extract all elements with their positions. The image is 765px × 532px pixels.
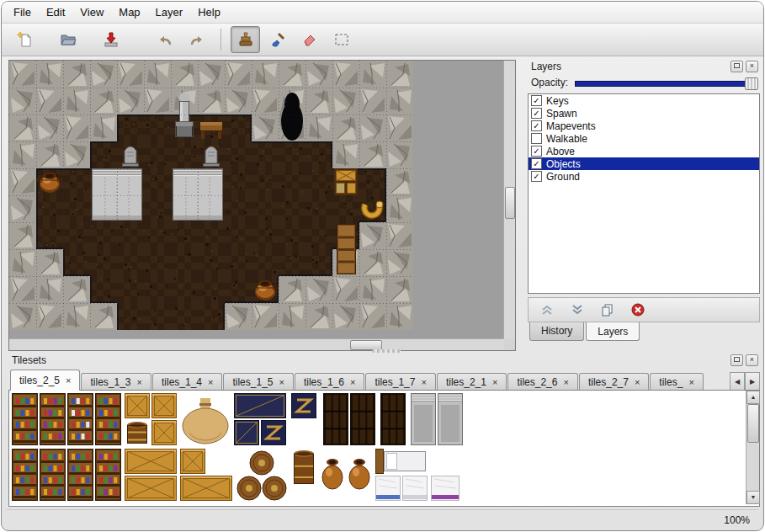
tileset-tab-tiles_1_4[interactable]: tiles_1_4× xyxy=(152,373,222,391)
tileset-tab-tiles_1_5[interactable]: tiles_1_5× xyxy=(223,373,293,391)
layer-label: Above xyxy=(546,146,575,157)
eraser-tool-button[interactable] xyxy=(295,26,324,53)
tileset-tab-label: tiles_1_4 xyxy=(162,376,202,388)
stamp-tool-icon xyxy=(237,31,254,48)
tileset-tab-label: tiles_2_7 xyxy=(588,376,629,388)
tab-close-icon[interactable]: × xyxy=(688,378,693,386)
layer-row-spawn[interactable]: ✓Spawn xyxy=(529,107,759,120)
save-icon xyxy=(103,31,120,48)
layer-checkbox[interactable]: ✓ xyxy=(531,146,542,157)
brush-tool-button[interactable] xyxy=(263,26,292,53)
map-canvas[interactable] xyxy=(9,61,413,330)
opacity-slider[interactable] xyxy=(575,79,758,87)
layers-panel: Layers × Opacity: ✓Keys✓Spawn✓MapeventsW… xyxy=(528,60,760,351)
tileset-tab-tiles_2_1[interactable]: tiles_2_1× xyxy=(437,373,507,391)
move-layer-down-button[interactable] xyxy=(569,301,586,318)
layer-checkbox[interactable]: ✓ xyxy=(531,158,542,169)
map-viewport[interactable] xyxy=(8,60,516,351)
move-layer-up-button[interactable] xyxy=(539,301,555,318)
tileset-tab-tiles_2_5[interactable]: tiles_2_5× xyxy=(10,370,80,391)
tileset-tab-label: tiles_1_3 xyxy=(90,376,130,388)
layer-checkbox[interactable]: ✓ xyxy=(531,95,542,106)
panel-close-icon[interactable]: × xyxy=(746,61,758,72)
copy-icon xyxy=(600,302,615,317)
layer-row-above[interactable]: ✓Above xyxy=(529,145,759,157)
layer-row-mapevents[interactable]: ✓Mapevents xyxy=(529,120,759,132)
select-tool-button[interactable] xyxy=(327,26,356,53)
panel-float-icon[interactable] xyxy=(730,61,743,72)
tileset-tab-label: tiles_1_7 xyxy=(375,376,415,388)
layer-checkbox[interactable] xyxy=(531,133,542,144)
layer-label: Spawn xyxy=(546,108,577,120)
tabs-scroll-right-button[interactable]: ▶ xyxy=(745,372,760,391)
panel-close-icon[interactable]: × xyxy=(746,354,758,366)
map-vscroll-thumb[interactable] xyxy=(505,187,515,219)
scroll-up-icon[interactable]: ▲ xyxy=(746,391,760,404)
map-vertical-scrollbar[interactable] xyxy=(503,61,515,339)
eraser-icon xyxy=(301,31,318,48)
tileset-vscroll-thumb[interactable] xyxy=(747,404,759,443)
new-file-icon xyxy=(17,31,34,48)
tileset-vertical-scrollbar[interactable]: ▲ ▼ xyxy=(746,391,759,504)
menu-item-help[interactable]: Help xyxy=(191,3,227,21)
tab-close-icon[interactable]: × xyxy=(492,378,497,386)
menu-item-layer[interactable]: Layer xyxy=(149,3,190,21)
tileset-canvas[interactable] xyxy=(10,391,746,505)
menu-item-map[interactable]: Map xyxy=(112,3,146,21)
tileset-tab-tiles_1_3[interactable]: tiles_1_3× xyxy=(81,373,151,391)
tab-layers-label: Layers xyxy=(598,326,628,338)
delete-layer-button[interactable] xyxy=(630,301,646,318)
layer-row-ground[interactable]: ✓Ground xyxy=(529,170,759,183)
tab-history[interactable]: History xyxy=(529,322,584,341)
tileset-tab-label: tiles_1_5 xyxy=(232,376,273,388)
open-button[interactable] xyxy=(53,26,82,53)
layer-row-walkable[interactable]: Walkable xyxy=(529,132,759,145)
menu-item-view[interactable]: View xyxy=(73,3,110,21)
stamp-tool-button[interactable] xyxy=(231,26,260,53)
layer-label: Keys xyxy=(546,95,569,107)
layer-checkbox[interactable]: ✓ xyxy=(531,120,542,131)
delete-icon xyxy=(630,302,645,317)
layer-row-objects[interactable]: ✓Objects xyxy=(529,157,759,170)
menu-item-edit[interactable]: Edit xyxy=(40,3,72,21)
tileset-tab-label: tiles_2_6 xyxy=(517,376,557,388)
status-bar: 100% xyxy=(724,514,750,526)
tab-close-icon[interactable]: × xyxy=(66,376,71,385)
tileset-tab-tiles_1_6[interactable]: tiles_1_6× xyxy=(295,373,364,391)
redo-button[interactable] xyxy=(182,26,211,53)
tileset-view[interactable]: ▲ ▼ xyxy=(8,390,760,507)
selection-rect-icon xyxy=(333,31,350,48)
layers-panel-titlebar: Layers × xyxy=(528,60,760,75)
tileset-tab-tiles_[interactable]: tiles_× xyxy=(650,373,703,391)
scroll-down-icon[interactable]: ▼ xyxy=(746,491,760,504)
tab-close-icon[interactable]: × xyxy=(635,378,640,386)
new-button[interactable] xyxy=(10,26,40,53)
opacity-slider-handle[interactable] xyxy=(745,77,758,90)
tileset-tab-tiles_2_6[interactable]: tiles_2_6× xyxy=(507,373,577,391)
layer-checkbox[interactable]: ✓ xyxy=(531,108,542,119)
menu-item-file[interactable]: File xyxy=(7,3,38,21)
duplicate-layer-button[interactable] xyxy=(599,301,616,318)
tilesets-panel-titlebar: Tilesets × xyxy=(8,354,760,369)
tab-layers[interactable]: Layers xyxy=(586,322,640,341)
statusbar-separator xyxy=(7,509,758,510)
tab-close-icon[interactable]: × xyxy=(208,378,213,386)
tileset-tab-tiles_1_7[interactable]: tiles_1_7× xyxy=(365,373,435,391)
tab-close-icon[interactable]: × xyxy=(350,378,355,386)
undo-button[interactable] xyxy=(150,26,179,53)
panel-float-icon[interactable] xyxy=(730,354,743,366)
tab-close-icon[interactable]: × xyxy=(421,378,426,386)
tileset-tab-label: tiles_2_5 xyxy=(19,375,60,386)
layer-list: ✓Keys✓Spawn✓MapeventsWalkable✓Above✓Obje… xyxy=(528,93,760,294)
tab-close-icon[interactable]: × xyxy=(279,378,284,386)
save-button[interactable] xyxy=(96,26,125,53)
tabs-scroll-left-button[interactable]: ◀ xyxy=(730,372,745,391)
splitter-grip[interactable] xyxy=(372,349,401,353)
layer-checkbox[interactable]: ✓ xyxy=(531,171,542,182)
tileset-tab-tiles_2_7[interactable]: tiles_2_7× xyxy=(579,373,649,391)
map-horizontal-scrollbar[interactable] xyxy=(9,338,504,350)
layer-row-keys[interactable]: ✓Keys xyxy=(529,94,759,107)
tab-close-icon[interactable]: × xyxy=(137,378,142,386)
opacity-slider-fill xyxy=(575,81,748,87)
tab-close-icon[interactable]: × xyxy=(563,378,568,386)
